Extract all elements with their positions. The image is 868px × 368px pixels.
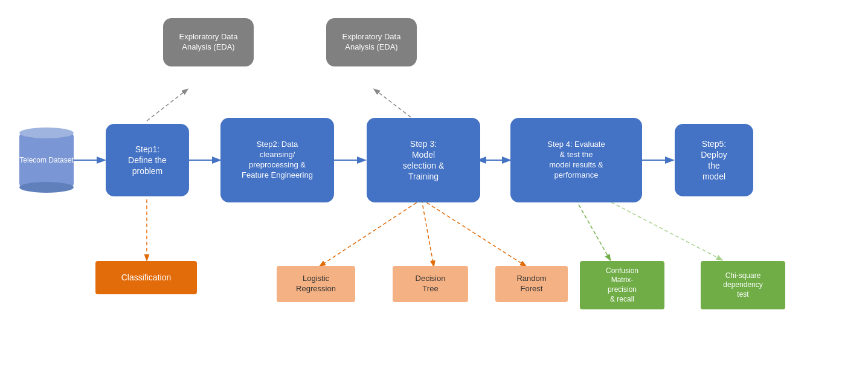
chi-square-label: Chi-squaredependencytest xyxy=(723,271,762,300)
classification-node: Classification xyxy=(95,261,197,294)
step2-node: Step2: Datacleansing/preprocessing &Feat… xyxy=(220,118,334,202)
logistic-node: LogisticRegression xyxy=(277,266,355,302)
decision-tree-label: DecisionTree xyxy=(416,274,446,294)
svg-line-8 xyxy=(320,199,422,266)
svg-line-5 xyxy=(147,89,187,121)
svg-line-6 xyxy=(375,89,416,121)
step2-label: Step2: Datacleansing/preprocessing &Feat… xyxy=(242,140,313,181)
random-forest-label: RandomForest xyxy=(516,274,546,294)
svg-line-12 xyxy=(606,199,722,260)
step1-label: Step1:Define theproblem xyxy=(128,144,167,177)
logistic-label: LogisticRegression xyxy=(296,274,336,294)
confusion-label: ConfusionMatrix-precision& recall xyxy=(606,266,638,304)
step4-label: Step 4: Evaluate& test themodel results … xyxy=(547,140,605,181)
step5-node: Step5:Deploythemodel xyxy=(675,124,753,196)
eda1-label: Exploratory DataAnalysis (EDA) xyxy=(179,32,238,53)
dataset-label: Telecom Dataset xyxy=(19,155,73,166)
chi-square-node: Chi-squaredependencytest xyxy=(701,261,785,309)
decision-tree-node: DecisionTree xyxy=(393,266,468,302)
step1-node: Step1:Define theproblem xyxy=(106,124,189,196)
svg-line-10 xyxy=(422,199,526,266)
step5-label: Step5:Deploythemodel xyxy=(701,138,727,182)
random-forest-node: RandomForest xyxy=(495,266,568,302)
step3-node: Step 3:Modelselection &Training xyxy=(367,118,480,202)
eda2-label: Exploratory DataAnalysis (EDA) xyxy=(342,32,401,53)
dataset-node: Telecom Dataset xyxy=(19,133,74,187)
step3-label: Step 3:Modelselection &Training xyxy=(403,138,444,182)
confusion-matrix-node: ConfusionMatrix-precision& recall xyxy=(580,261,664,309)
eda2-node: Exploratory DataAnalysis (EDA) xyxy=(326,18,417,66)
diagram: Telecom Dataset Step1:Define theproblem … xyxy=(0,0,868,368)
classification-label: Classification xyxy=(121,272,171,283)
step4-node: Step 4: Evaluate& test themodel results … xyxy=(510,118,642,202)
svg-line-11 xyxy=(576,199,610,260)
svg-line-9 xyxy=(422,199,434,266)
eda1-node: Exploratory DataAnalysis (EDA) xyxy=(163,18,254,66)
